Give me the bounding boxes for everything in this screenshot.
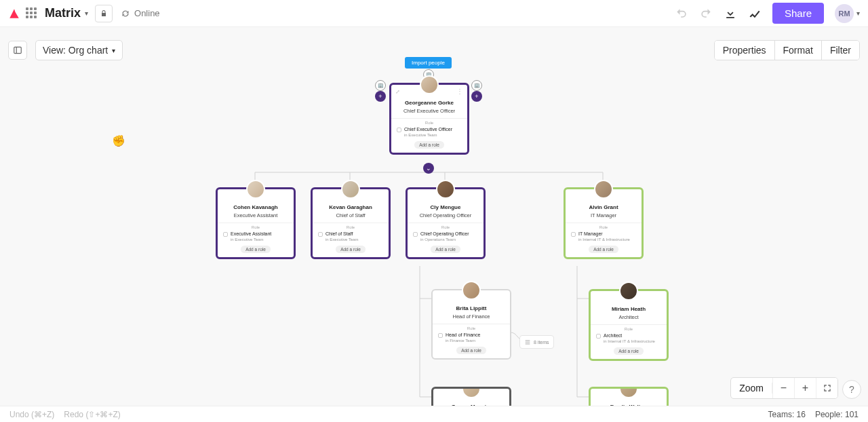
node-kevan[interactable]: Kevan Garaghan Chief of Staff Role Chief…	[311, 187, 391, 259]
role-meta: in Executive Team	[231, 237, 264, 242]
role-meta: in Finance Team	[446, 339, 475, 343]
role-header: Role	[313, 223, 389, 229]
lock-button[interactable]	[95, 5, 113, 22]
role-checkbox[interactable]	[438, 333, 443, 338]
node-title: Chief Executive Officer	[395, 108, 463, 114]
people-stat: People: 101	[815, 410, 859, 419]
zoom-label[interactable]: Zoom	[731, 383, 772, 394]
role-header: Role	[391, 118, 467, 125]
role-text: Chief Executive Officer	[404, 127, 452, 132]
node-grover[interactable]: Grover Mcquire	[431, 387, 511, 406]
svg-rect-19	[526, 340, 530, 341]
teams-stat: Teams: 16	[768, 410, 806, 419]
role-checkbox[interactable]	[318, 232, 323, 237]
handle-right-add[interactable]: +	[471, 91, 482, 102]
node-name: Cly Mengue	[412, 204, 479, 210]
online-label: Online	[134, 8, 160, 18]
top-bar: Matrix ▾ Online Share RM ▾	[0, 0, 868, 27]
node-name: Brita Lippitt	[437, 305, 506, 311]
undo-hint: Undo (⌘+Z)	[9, 410, 54, 419]
handle-right-company-icon[interactable]: 🏢	[471, 80, 482, 91]
role-meta: in Internal IT & Infrastructure	[578, 237, 630, 242]
node-alvin[interactable]: Alvin Grant IT Manager Role IT Managerin…	[564, 187, 644, 259]
activity-button[interactable]	[748, 7, 762, 20]
node-name: Alvin Grant	[570, 204, 637, 210]
role-text: Executive Assistant	[231, 231, 271, 236]
import-people-button[interactable]: Import people	[405, 57, 452, 69]
redo-button[interactable]	[699, 7, 713, 20]
add-role-button[interactable]: Add a role	[431, 246, 460, 253]
role-header: Role	[566, 223, 642, 229]
node-cly[interactable]: Cly Mengue Chief Operating Officer Role …	[406, 187, 486, 259]
canvas[interactable]: Import people ✊ 🏢 🏢 + 🏢 + ⌄ ⤢ ⋮ Georgean…	[0, 27, 868, 406]
node-name: Cohen Kavanagh	[222, 204, 290, 210]
add-role-button[interactable]: Add a role	[589, 246, 618, 253]
role-header: Role	[408, 223, 484, 229]
online-status: Online	[121, 8, 160, 18]
add-role-button[interactable]: Add a role	[241, 246, 271, 253]
role-meta: in Internal IT & Infrastructure	[604, 339, 655, 343]
node-menu-icon[interactable]: ⋮	[456, 88, 463, 95]
role-text: Architect	[604, 333, 622, 338]
role-checkbox[interactable]	[571, 232, 576, 237]
lock-icon	[100, 9, 108, 18]
node-title: Chief Operating Officer	[412, 212, 479, 218]
node-emelia[interactable]: Emelia Walton	[589, 387, 669, 406]
expand-icon[interactable]: ⤢	[395, 89, 400, 95]
role-header: Role	[591, 324, 667, 331]
role-text: Chief Operating Officer	[420, 231, 469, 236]
zoom-out-button[interactable]: −	[772, 377, 794, 399]
add-role-button[interactable]: Add a role	[614, 347, 644, 355]
node-name: Kevan Garaghan	[317, 204, 384, 210]
avatar	[420, 75, 439, 94]
role-checkbox[interactable]	[223, 232, 228, 237]
add-role-button[interactable]: Add a role	[414, 141, 444, 149]
grab-cursor-icon: ✊	[112, 134, 125, 147]
undo-button[interactable]	[675, 7, 688, 20]
node-cohen[interactable]: Cohen Kavanagh Executive Assistant Role …	[216, 187, 296, 259]
node-georgeanne[interactable]: ⤢ ⋮ Georgeanne Gorke Chief Executive Off…	[389, 83, 469, 155]
avatar	[246, 180, 265, 199]
doc-title[interactable]: Matrix	[45, 6, 81, 20]
node-name: Miriam Heath	[595, 306, 663, 312]
app-logo	[8, 7, 20, 20]
node-title: Chief of Staff	[317, 212, 384, 218]
doc-menu-chevron-icon[interactable]: ▾	[85, 9, 88, 17]
svg-rect-20	[526, 342, 530, 343]
items-badge[interactable]: 8 items	[519, 335, 554, 349]
user-menu-chevron-icon: ▾	[856, 9, 860, 17]
node-miriam[interactable]: Miriam Heath Architect Role Architectin …	[589, 289, 669, 361]
role-header: Role	[433, 324, 510, 330]
role-checkbox[interactable]	[397, 128, 401, 132]
avatar	[436, 180, 455, 199]
node-title: Architect	[595, 314, 663, 320]
items-badge-label: 8 items	[534, 340, 549, 345]
download-button[interactable]	[724, 7, 737, 20]
sync-icon	[121, 9, 130, 18]
user-menu[interactable]: RM ▾	[835, 4, 860, 23]
node-title: Executive Assistant	[222, 212, 290, 218]
handle-bottom-expand[interactable]: ⌄	[423, 163, 434, 174]
app-switcher-icon[interactable]	[26, 7, 38, 20]
zoom-fullscreen-button[interactable]	[816, 377, 837, 399]
add-role-button[interactable]: Add a role	[456, 347, 486, 354]
node-brita[interactable]: Brita Lippitt Head of Finance Role Head …	[431, 289, 511, 360]
avatar	[619, 387, 638, 398]
role-text: Chief of Staff	[326, 231, 353, 236]
zoom-control: Zoom − +	[730, 377, 838, 399]
role-row: Chief Executive Officerin Executive Team	[395, 127, 463, 138]
role-checkbox[interactable]	[596, 334, 601, 339]
handle-left-company-icon[interactable]: 🏢	[375, 80, 386, 91]
role-checkbox[interactable]	[413, 232, 418, 237]
svg-rect-21	[526, 343, 530, 345]
avatar	[341, 180, 360, 199]
add-role-button[interactable]: Add a role	[336, 246, 366, 253]
bottom-bar: Undo (⌘+Z) Redo (⇧+⌘+Z) Teams: 16 People…	[0, 406, 868, 422]
help-button[interactable]: ?	[842, 380, 861, 399]
role-header: Role	[218, 223, 294, 229]
role-text: IT Manager	[578, 231, 603, 236]
zoom-in-button[interactable]: +	[794, 377, 816, 399]
avatar	[462, 387, 481, 398]
handle-left-add[interactable]: +	[375, 91, 386, 102]
share-button[interactable]: Share	[772, 3, 824, 24]
